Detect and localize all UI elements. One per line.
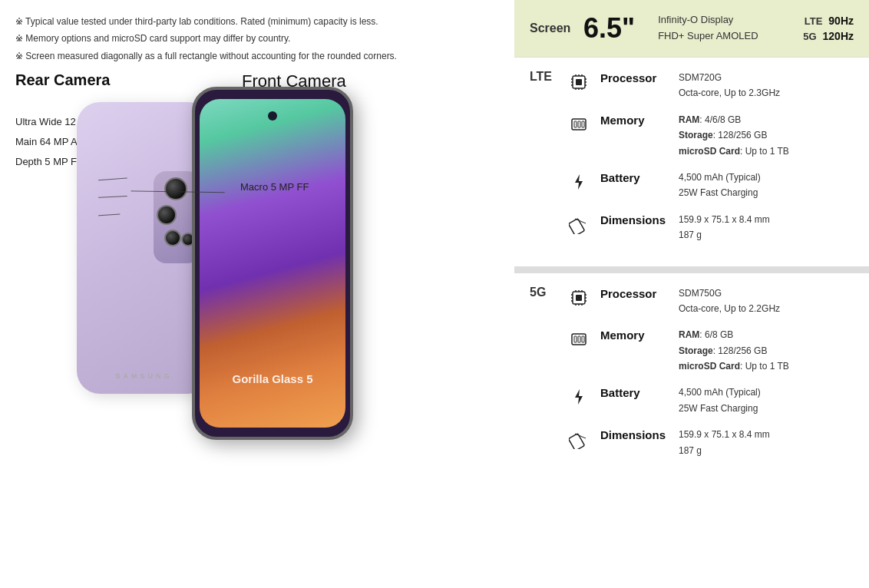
display-line1: Infinity-O Display	[658, 12, 795, 28]
5g-connectivity: 5G 120Hz	[803, 30, 854, 42]
screen-label: Screen	[530, 21, 576, 35]
lte-processor-row: LTE Proc	[530, 70, 854, 101]
lte-dimensions-name: Dimensions	[600, 212, 669, 226]
5g-battery-details: 4,500 mAh (Typical) 25W Fast Charging	[679, 385, 854, 416]
5g-processor-name: Processor	[600, 286, 669, 300]
camera-section: Rear Camera Ultra Wide 12 MP FF Main 64 …	[15, 71, 499, 501]
phone-screen: Gorilla Glass 5	[200, 99, 345, 428]
dimensions-icon	[567, 212, 591, 236]
svg-rect-19	[574, 121, 577, 127]
lte-hz: 90Hz	[828, 15, 854, 27]
section-divider	[514, 266, 869, 273]
lte-connectivity: LTE 90Hz	[805, 15, 854, 27]
processor-icon	[567, 70, 591, 94]
gorilla-glass-text: Gorilla Glass 5	[200, 372, 345, 385]
rear-camera-title: Rear Camera	[15, 71, 110, 89]
footnote-2: ※ Memory options and microSD card suppor…	[15, 31, 499, 46]
svg-rect-44	[569, 434, 585, 449]
lens-macro: Macro 5 MP FF	[240, 181, 309, 193]
5g-memory-name: Memory	[600, 327, 669, 342]
svg-marker-43	[575, 389, 583, 405]
battery-icon	[567, 170, 591, 194]
5g-battery-row: Battery 4,500 mAh (Typical) 25W Fast Cha…	[530, 385, 854, 416]
5g-dimensions-details: 159.9 x 75.1 x 8.4 mm 187 g	[679, 427, 854, 458]
5g-specs-section: 5G Proce	[514, 273, 869, 482]
5g-hz: 120Hz	[823, 30, 854, 42]
lens-1	[164, 177, 187, 200]
lte-memory-name: Memory	[600, 112, 669, 127]
5g-dimensions-name: Dimensions	[600, 427, 669, 441]
svg-rect-20	[578, 121, 580, 127]
5g-label: 5G	[803, 31, 816, 42]
screen-connectivity: LTE 90Hz 5G 120Hz	[803, 15, 854, 42]
screen-size: 6.5"	[583, 12, 635, 45]
lte-battery-details: 4,500 mAh (Typical) 25W Fast Charging	[679, 170, 854, 201]
5g-dimensions-row: Dimensions 159.9 x 75.1 x 8.4 mm 187 g	[530, 427, 854, 458]
5g-battery-name: Battery	[600, 385, 669, 399]
svg-rect-41	[578, 336, 580, 342]
svg-marker-22	[575, 174, 583, 190]
lte-battery-row: Battery 4,500 mAh (Typical) 25W Fast Cha…	[530, 170, 854, 201]
svg-rect-5	[576, 79, 582, 85]
lte-dimensions-details: 159.9 x 75.1 x 8.4 mm 187 g	[679, 212, 854, 243]
5g-battery-icon	[567, 385, 591, 409]
lte-specs-section: LTE Proc	[514, 57, 869, 266]
samsung-logo: SAMSUNG	[115, 372, 172, 380]
punch-hole	[268, 111, 277, 121]
right-panel: Screen 6.5" Infinity-O Display FHD+ Supe…	[514, 0, 869, 588]
svg-rect-42	[582, 336, 584, 342]
5g-memory-icon	[567, 327, 591, 352]
svg-rect-40	[574, 336, 577, 342]
footnotes: ※ Typical value tested under third-party…	[15, 14, 499, 64]
lte-processor-details: SDM720G Octa-core, Up to 2.3GHz	[679, 70, 854, 101]
5g-memory-row: Memory RAM: 6/8 GB Storage: 128/256 GB m…	[530, 327, 854, 374]
5g-badge: 5G	[530, 286, 557, 299]
display-line2: FHD+ Super AMOLED	[658, 28, 795, 45]
lte-memory-row: Memory RAM: 4/6/8 GB Storage: 128/256 GB…	[530, 112, 854, 159]
lte-label: LTE	[805, 15, 823, 27]
lens-2	[157, 205, 177, 225]
lte-dimensions-row: Dimensions 159.9 x 75.1 x 8.4 mm 187 g	[530, 212, 854, 243]
lte-memory-details: RAM: 4/6/8 GB Storage: 128/256 GB microS…	[679, 112, 854, 159]
5g-processor-details: SDM750G Octa-core, Up to 2.2GHz	[679, 286, 854, 317]
svg-rect-23	[569, 218, 585, 233]
5g-dimensions-icon	[567, 427, 591, 451]
lte-processor-name: Processor	[600, 70, 669, 84]
memory-icon	[567, 112, 591, 137]
lte-badge: LTE	[530, 70, 557, 84]
screen-display-info: Infinity-O Display FHD+ Super AMOLED	[658, 12, 795, 45]
lens-3	[164, 230, 181, 246]
screen-header: Screen 6.5" Infinity-O Display FHD+ Supe…	[514, 0, 869, 57]
footnote-3: ※ Screen measured diagonally as a full r…	[15, 48, 499, 64]
5g-processor-row: 5G Proce	[530, 286, 854, 317]
footnote-1: ※ Typical value tested under third-party…	[15, 14, 499, 29]
lte-battery-name: Battery	[600, 170, 669, 184]
phone-back: SAMSUNG	[77, 102, 211, 394]
svg-rect-21	[582, 121, 584, 127]
phone-front: Gorilla Glass 5	[192, 87, 353, 440]
5g-processor-icon	[567, 286, 591, 310]
svg-rect-26	[576, 295, 582, 301]
5g-memory-details: RAM: 6/8 GB Storage: 128/256 GB microSD …	[679, 327, 854, 374]
left-panel: ※ Typical value tested under third-party…	[0, 0, 514, 588]
